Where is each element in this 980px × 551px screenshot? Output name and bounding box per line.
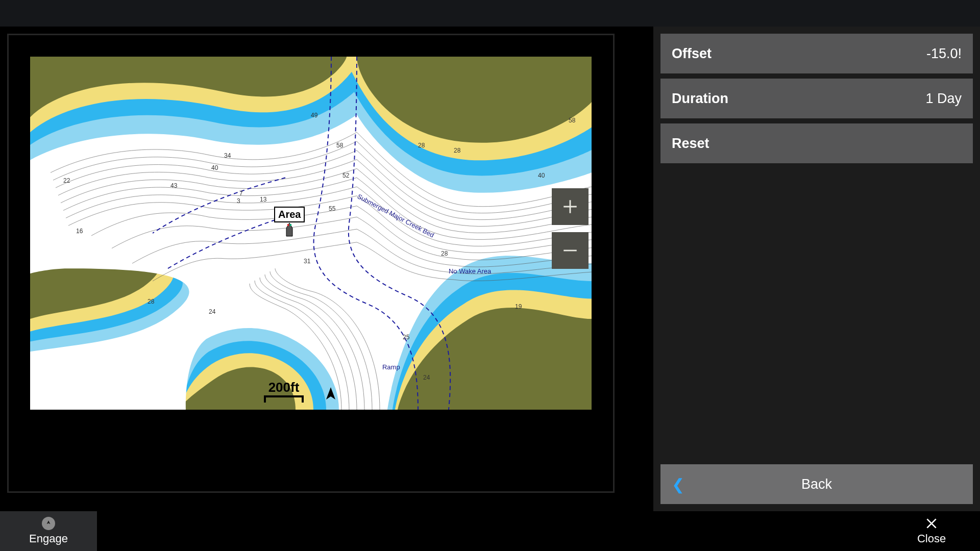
zoom-controls <box>552 188 589 269</box>
bottom-bar: Engage Close <box>0 511 980 551</box>
offset-label: Offset <box>672 46 712 62</box>
svg-text:13: 13 <box>260 196 267 203</box>
svg-text:52: 52 <box>342 172 350 179</box>
map-svg: Submerged Major Creek Bed No Wake Area R… <box>30 57 592 410</box>
svg-text:24: 24 <box>209 308 216 315</box>
svg-text:43: 43 <box>170 182 178 189</box>
svg-text:3: 3 <box>237 197 240 205</box>
zoom-out-button[interactable] <box>552 232 589 269</box>
zoom-in-button[interactable] <box>552 188 589 225</box>
offset-value: -15.0! <box>926 46 962 62</box>
svg-text:25: 25 <box>403 334 410 341</box>
plus-icon <box>561 198 579 215</box>
svg-rect-25 <box>290 224 291 226</box>
reset-label: Reset <box>672 136 709 152</box>
close-label: Close <box>917 532 946 545</box>
map-panel: Submerged Major Creek Bed No Wake Area R… <box>0 27 653 511</box>
engage-icon <box>42 517 55 530</box>
svg-text:58: 58 <box>569 117 576 124</box>
duration-label: Duration <box>672 91 728 107</box>
close-icon <box>925 517 938 530</box>
map-scale-label: 200ft <box>268 380 300 395</box>
engage-button[interactable]: Engage <box>0 511 97 551</box>
back-label: Back <box>801 477 832 492</box>
map-scale: 200ft <box>264 380 304 403</box>
svg-rect-24 <box>287 224 289 226</box>
map-area-label: Area <box>274 207 305 222</box>
svg-text:58: 58 <box>336 142 344 149</box>
svg-text:22: 22 <box>63 177 70 184</box>
svg-text:7: 7 <box>239 190 243 197</box>
offset-button[interactable]: Offset -15.0! <box>660 34 973 73</box>
svg-text:40: 40 <box>211 164 218 171</box>
reset-button[interactable]: Reset <box>660 123 973 163</box>
top-bar <box>0 0 980 27</box>
svg-text:16: 16 <box>76 228 83 235</box>
svg-text:28: 28 <box>418 142 425 149</box>
map-label-nowake: No Wake Area <box>449 267 492 275</box>
svg-text:24: 24 <box>423 374 430 381</box>
duration-value: 1 Day <box>925 91 962 107</box>
boat-icon <box>284 223 295 239</box>
back-button[interactable]: ❮ Back <box>660 464 973 504</box>
svg-text:19: 19 <box>515 303 522 310</box>
svg-text:49: 49 <box>311 112 318 119</box>
map-frame[interactable]: Submerged Major Creek Bed No Wake Area R… <box>7 34 615 493</box>
map-label-ramp: Ramp <box>382 363 400 371</box>
duration-button[interactable]: Duration 1 Day <box>660 79 973 118</box>
minus-icon <box>561 242 579 259</box>
engage-label: Engage <box>29 532 68 545</box>
svg-text:28: 28 <box>148 298 155 305</box>
chart-map[interactable]: Submerged Major Creek Bed No Wake Area R… <box>30 57 592 410</box>
svg-text:28: 28 <box>454 147 461 154</box>
svg-text:34: 34 <box>224 152 231 159</box>
main-area: Submerged Major Creek Bed No Wake Area R… <box>0 27 980 511</box>
svg-text:31: 31 <box>304 258 311 265</box>
north-arrow-icon <box>325 387 336 403</box>
close-button[interactable]: Close <box>883 511 980 551</box>
chevron-left-icon: ❮ <box>672 475 684 493</box>
svg-text:40: 40 <box>538 172 545 179</box>
svg-text:55: 55 <box>329 205 336 212</box>
svg-text:28: 28 <box>441 251 448 258</box>
side-menu: Offset -15.0! Duration 1 Day Reset ❮ Bac… <box>653 27 980 511</box>
